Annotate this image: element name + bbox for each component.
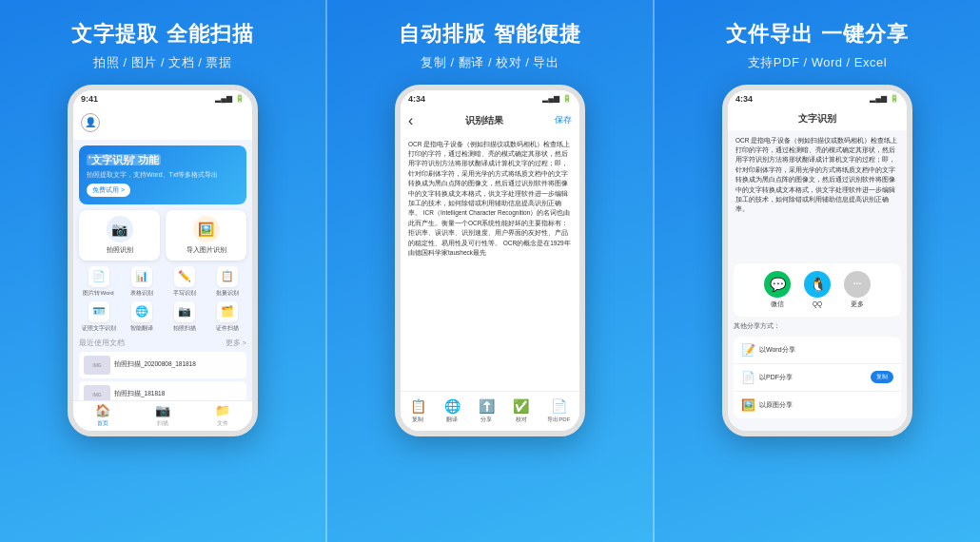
left-panel: 文字提取 全能扫描 拍照 / 图片 / 文档 / 票据 9:41 ▂▄▆ 🔋 👤 — [0, 0, 325, 542]
grid-item-7[interactable]: 🗂️ 证件扫描 — [207, 301, 246, 333]
nav-files[interactable]: 📁 文件 — [215, 403, 230, 428]
grid-icon-7: 🗂️ — [217, 301, 238, 322]
grid-icon-0: 📄 — [88, 266, 109, 287]
feature-card-sub: 拍照提取文字，支持Word、Txt等多格式导出 — [87, 170, 239, 180]
mid-ocr-content: OCR 是指电子设备（例如扫描仪或数码相机）检查纸上打印的字符，通过检测暗、亮的… — [401, 134, 579, 379]
back-button[interactable]: ‹ — [408, 112, 413, 129]
status-bar-right: 4:34 ▂▄▆ 🔋 — [728, 90, 907, 107]
nav-scan[interactable]: 📷 扫描 — [155, 403, 170, 428]
photo-scan-icon: 📷 — [107, 216, 133, 242]
status-bar-mid: 4:34 ▂▄▆ 🔋 — [401, 90, 579, 107]
grid-icon-6: 📷 — [174, 301, 195, 322]
recent-section: 最近使用文档 更多 > IMG 拍照扫描_20200808_181818 IMG… — [79, 339, 246, 408]
grid-item-3[interactable]: 📋 批量识别 — [207, 266, 246, 298]
mid-panel: 自动排版 智能便捷 复制 / 翻译 / 校对 / 导出 4:34 ▂▄▆ 🔋 ‹… — [325, 0, 653, 542]
nav-home-label: 首页 — [97, 419, 108, 428]
ocr-text: OCR 是指电子设备（例如扫描仪或数码相机）检查纸上打印的字符，通过检测暗、亮的… — [408, 141, 571, 256]
more-label: 更多 — [851, 300, 864, 309]
bottom-nav-left: 🏠 首页 📷 扫描 📁 文件 — [73, 400, 252, 431]
left-screen: 9:41 ▂▄▆ 🔋 👤 '文字识别' 功能 拍照提取文字，支持Word、Txt… — [73, 90, 252, 431]
status-icons-left: ▂▄▆ 🔋 — [215, 94, 245, 103]
share-pdf[interactable]: 📄 以PDF分享 复制 — [734, 364, 901, 392]
grid-icon-3: 📋 — [217, 266, 238, 287]
mid-bar-copy[interactable]: 📋 复制 — [410, 398, 426, 424]
mid-bar-check[interactable]: ✅ 校对 — [513, 398, 529, 424]
battery-icon-right: 🔋 — [890, 94, 899, 103]
feature-card-btn[interactable]: 免费试用 > — [87, 184, 130, 197]
grid-item-0[interactable]: 📄 图片转Word — [79, 266, 118, 298]
recent-title: 最近使用文档 更多 > — [79, 339, 246, 348]
left-subtitle: 拍照 / 图片 / 文档 / 票据 — [93, 54, 231, 71]
signal-icon-mid: ▂▄▆ — [542, 94, 559, 103]
grid-icon-4: 🪪 — [88, 301, 109, 322]
recent-item-0[interactable]: IMG 拍照扫描_20200808_181818 — [79, 352, 246, 378]
left-title: 文字提取 全能扫描 — [71, 21, 253, 48]
import-scan-label: 导入图片识别 — [186, 245, 226, 255]
user-avatar[interactable]: 👤 — [81, 113, 100, 132]
user-row: 👤 — [81, 113, 245, 132]
battery-icon-mid: 🔋 — [562, 94, 572, 103]
nav-files-label: 文件 — [217, 419, 228, 428]
mid-phone-header: ‹ 识别结果 保存 — [401, 107, 579, 134]
wechat-icon: 💬 — [764, 271, 791, 298]
right-phone: 4:34 ▂▄▆ 🔋 文字识别 OCR 是指电子设备（例如扫描仪或数码相机）检查… — [722, 85, 912, 436]
status-icons-right: ▂▄▆ 🔋 — [870, 94, 899, 103]
share-word-left: 📝 以Word分享 — [741, 343, 795, 357]
grid-item-2[interactable]: ✏️ 手写识别 — [165, 266, 204, 298]
right-ocr-content: OCR 是指电子设备（例如扫描仪或数码相机）检查纸上打印的字符，通过检测暗、亮的… — [728, 130, 907, 263]
mid-bar-translate[interactable]: 🌐 翻译 — [444, 398, 461, 424]
recent-item-name-1: 拍照扫描_181818 — [114, 390, 165, 398]
share-icons-row: 💬 微信 🐧 QQ ··· 更多 — [734, 263, 901, 317]
grid-item-4[interactable]: 🪪 证照文字识别 — [79, 301, 118, 333]
image-icon: 🖼️ — [741, 398, 755, 412]
nav-scan-label: 扫描 — [157, 419, 168, 428]
import-scan-icon: 🖼️ — [193, 216, 220, 242]
share-word-label: 以Word分享 — [759, 345, 795, 355]
more-icon: ··· — [844, 271, 871, 298]
grid-item-6[interactable]: 📷 拍照扫描 — [165, 301, 204, 333]
mid-bar-export[interactable]: 📄 导出PDF — [547, 398, 570, 424]
other-share-label: 其他分享方式： — [734, 321, 901, 331]
translate-icon: 🌐 — [444, 398, 461, 414]
pdf-share-badge[interactable]: 复制 — [871, 371, 893, 383]
grid-icon-2: ✏️ — [174, 266, 195, 287]
status-bar-left: 9:41 ▂▄▆ 🔋 — [73, 90, 252, 107]
photo-scan-btn[interactable]: 📷 拍照识别 — [79, 210, 160, 261]
left-phone: 9:41 ▂▄▆ 🔋 👤 '文字识别' 功能 拍照提取文字，支持Word、Txt… — [68, 85, 258, 436]
right-panel: 文件导出 一键分享 支持PDF / Word / Excel 4:34 ▂▄▆ … — [653, 0, 980, 542]
feature-grid: 📄 图片转Word 📊 表格识别 ✏️ 手写识别 📋 批量识别 🪪 — [79, 266, 246, 333]
signal-icon-right: ▂▄▆ — [870, 94, 887, 103]
right-header-title: 文字识别 — [798, 112, 836, 126]
pdf-icon: 📄 — [741, 371, 755, 384]
feature-card: '文字识别' 功能 拍照提取文字，支持Word、Txt等多格式导出 免费试用 > — [79, 145, 246, 204]
recent-item-name-0: 拍照扫描_20200808_181818 — [114, 360, 196, 369]
nav-home[interactable]: 🏠 首页 — [95, 403, 110, 428]
grid-icon-5: 🌐 — [131, 301, 152, 322]
mid-bar-translate-label: 翻译 — [446, 416, 458, 424]
share-pdf-left: 📄 以PDF分享 — [741, 371, 793, 384]
mid-header-title: 识别结果 — [465, 114, 503, 127]
share-original[interactable]: 🖼️ 以原图分享 — [734, 392, 901, 418]
time-mid: 4:34 — [408, 94, 425, 104]
grid-item-1[interactable]: 📊 表格识别 — [122, 266, 161, 298]
right-ocr-text: OCR 是指电子设备（例如扫描仪或数码相机）检查纸上打印的字符，通过检测暗、亮的… — [735, 137, 897, 213]
share-wechat[interactable]: 💬 微信 — [764, 271, 791, 309]
share-original-label: 以原图分享 — [759, 400, 793, 410]
share-more[interactable]: ··· 更多 — [844, 271, 871, 309]
right-subtitle: 支持PDF / Word / Excel — [748, 54, 887, 71]
save-button[interactable]: 保存 — [555, 114, 572, 126]
share-word[interactable]: 📝 以Word分享 — [734, 337, 901, 364]
mid-bar-share[interactable]: ⬆️ 分享 — [479, 398, 495, 424]
left-phone-header: 👤 — [73, 107, 252, 140]
mid-phone: 4:34 ▂▄▆ 🔋 ‹ 识别结果 保存 OCR 是指电子设备（例如扫描仪或数码… — [395, 85, 585, 436]
share-qq[interactable]: 🐧 QQ — [804, 271, 831, 309]
recent-thumb-0: IMG — [84, 356, 110, 375]
import-scan-btn[interactable]: 🖼️ 导入图片识别 — [166, 210, 246, 261]
right-phone-header: 文字识别 — [728, 107, 907, 130]
grid-item-5[interactable]: 🌐 智能翻译 — [122, 301, 161, 333]
word-icon: 📝 — [741, 343, 755, 357]
time-left: 9:41 — [81, 94, 98, 104]
copy-icon: 📋 — [410, 398, 426, 414]
mid-bar-share-label: 分享 — [480, 416, 492, 424]
mid-subtitle: 复制 / 翻译 / 校对 / 导出 — [421, 54, 559, 71]
